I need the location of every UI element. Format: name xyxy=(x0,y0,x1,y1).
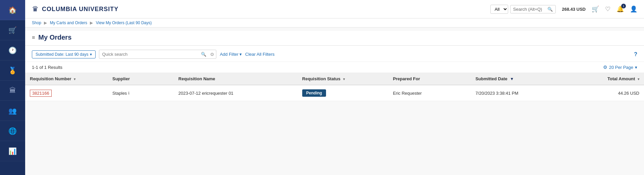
sidebar-icon-chart[interactable]: 📊 xyxy=(0,141,25,161)
page-title-bar: ≡ My Orders xyxy=(25,31,644,46)
building-icon: 🏛 xyxy=(9,87,16,94)
col-total-amount-label: Total Amount xyxy=(607,76,635,81)
sidebar-icon-clock[interactable]: 🕐 xyxy=(0,40,25,60)
per-page-chevron-icon: ▾ xyxy=(635,65,637,70)
col-submitted-date-label: Submitted Date xyxy=(475,76,507,81)
clock-icon: 🕐 xyxy=(8,46,17,54)
sidebar-icon-globe[interactable]: 🌐 xyxy=(0,121,25,141)
quick-search-search-icon[interactable]: 🔍 xyxy=(199,50,208,58)
sort-icon-req-status: ▾ xyxy=(343,77,345,81)
sort-icon-submitted-date: ▼ xyxy=(510,77,514,81)
logo-area: ♛ Columbia University xyxy=(32,5,490,13)
breadcrumb-my-carts[interactable]: My Carts and Orders xyxy=(50,20,87,25)
sidebar-icon-cart[interactable]: 🛒 xyxy=(0,20,25,40)
table-body: 3821166 Staples ℹ 2023-07-12 ericrequest… xyxy=(25,85,644,101)
total-amount-text: 44.26 USD xyxy=(618,91,639,96)
add-filter-label: Add Filter xyxy=(220,52,238,57)
col-req-number-label: Requisition Number xyxy=(30,76,71,81)
cell-req-status: Pending xyxy=(298,85,388,101)
col-prepared-for-label: Prepared For xyxy=(393,76,420,81)
col-header-req-number[interactable]: Requisition Number ▾ xyxy=(25,73,108,85)
cell-prepared-for: Eric Requester xyxy=(388,85,471,101)
top-header: ♛ Columbia University All Search (Alt+Q)… xyxy=(25,0,644,18)
clear-filters-button[interactable]: Clear All Filters xyxy=(245,52,274,57)
breadcrumb-sep-2: ▶ xyxy=(90,20,93,25)
search-category-dropdown[interactable]: All xyxy=(490,5,508,14)
search-area: All Search (Alt+Q) 🔍 xyxy=(490,5,556,14)
main-area: ♛ Columbia University All Search (Alt+Q)… xyxy=(25,0,644,175)
badge-icon: 🏅 xyxy=(8,67,17,75)
breadcrumb-sep-1: ▶ xyxy=(44,20,47,25)
filter-dropdown-icon: ▾ xyxy=(90,52,92,57)
date-filter-chip[interactable]: Submitted Date: Last 90 days ▾ xyxy=(32,50,96,58)
breadcrumb: Shop ▶ My Carts and Orders ▶ View My Ord… xyxy=(25,18,644,28)
people-icon: 👥 xyxy=(8,107,17,115)
submitted-date-text: 7/20/2023 3:38:41 PM xyxy=(475,91,518,96)
quick-search-icons: 🔍 ⊙ xyxy=(199,50,216,58)
prepared-for-text: Eric Requester xyxy=(393,91,422,96)
home-icon: 🏠 xyxy=(8,6,17,14)
col-header-req-name: Requisition Name xyxy=(174,73,298,85)
results-count: 1-1 of 1 Results xyxy=(32,65,62,70)
globe-icon: 🌐 xyxy=(8,127,17,135)
status-badge: Pending xyxy=(302,89,326,97)
quick-search-clear-icon[interactable]: ⊙ xyxy=(208,50,216,58)
quick-search-box: 🔍 ⊙ xyxy=(99,50,216,59)
filter-help-icon[interactable]: ? xyxy=(634,51,637,57)
chart-icon: 📊 xyxy=(8,147,17,155)
table-row: 3821166 Staples ℹ 2023-07-12 ericrequest… xyxy=(25,85,644,101)
settings-icon: ⚙ xyxy=(603,64,607,70)
sidebar-icon-home[interactable]: 🏠 xyxy=(0,0,25,20)
sort-icon-total-amount: ▾ xyxy=(638,77,639,81)
cell-supplier: Staples ℹ xyxy=(108,85,174,101)
supplier-name-text: Staples xyxy=(112,91,127,96)
cell-submitted-date: 7/20/2023 3:38:41 PM xyxy=(471,85,561,101)
req-name-text: 2023-07-12 ericrequester 01 xyxy=(178,91,233,96)
sidebar-icon-people[interactable]: 👥 xyxy=(0,101,25,121)
col-req-status-label: Requisition Status xyxy=(302,76,340,81)
date-filter-label: Submitted Date: Last 90 days xyxy=(36,52,88,57)
notification-badge: 1 xyxy=(621,4,626,8)
cell-total-amount: 44.26 USD xyxy=(561,85,644,101)
sidebar: 🏠 🛒 🕐 🏅 🏛 👥 🌐 📊 xyxy=(0,0,25,175)
orders-table: Requisition Number ▾ Supplier Requisitio… xyxy=(25,73,644,101)
cell-req-name: 2023-07-12 ericrequester 01 xyxy=(174,85,298,101)
col-header-total-amount[interactable]: Total Amount ▾ xyxy=(561,73,644,85)
user-icon[interactable]: 👤 xyxy=(630,5,637,13)
page-content: ≡ My Orders Submitted Date: Last 90 days… xyxy=(25,28,644,175)
cart-header-icon[interactable]: 🛒 xyxy=(592,5,599,13)
add-filter-chevron-icon: ▾ xyxy=(239,52,242,57)
cell-req-number: 3821166 xyxy=(25,85,108,101)
breadcrumb-view-orders[interactable]: View My Orders (Last 90 Days) xyxy=(96,20,152,25)
notification-icon[interactable]: 🔔 1 xyxy=(616,5,624,13)
quick-search-input[interactable] xyxy=(99,50,199,58)
col-header-submitted-date[interactable]: Submitted Date ▼ xyxy=(471,73,561,85)
sidebar-icon-badge[interactable]: 🏅 xyxy=(0,60,25,81)
hamburger-menu-icon[interactable]: ≡ xyxy=(32,35,35,41)
breadcrumb-shop[interactable]: Shop xyxy=(32,20,41,25)
wishlist-icon[interactable]: ♡ xyxy=(605,5,610,13)
header-right: All Search (Alt+Q) 🔍 268.43 USD 🛒 ♡ 🔔 1 … xyxy=(490,5,637,14)
col-supplier-label: Supplier xyxy=(112,76,130,81)
page-title: My Orders xyxy=(38,34,71,41)
col-req-name-label: Requisition Name xyxy=(178,76,215,81)
cart-icon: 🛒 xyxy=(8,26,17,34)
add-filter-button[interactable]: Add Filter ▾ xyxy=(220,52,242,57)
sort-icon-req-number: ▾ xyxy=(74,77,75,81)
col-header-prepared-for: Prepared For xyxy=(388,73,471,85)
supplier-name-wrapper: Staples ℹ xyxy=(112,91,169,96)
per-page-selector[interactable]: ⚙ 20 Per Page ▾ xyxy=(603,64,637,70)
university-name: Columbia University xyxy=(42,6,118,13)
search-box-wrapper: Search (Alt+Q) 🔍 xyxy=(510,5,556,13)
filter-bar: Submitted Date: Last 90 days ▾ 🔍 ⊙ Add F… xyxy=(25,46,644,62)
col-header-req-status[interactable]: Requisition Status ▾ xyxy=(298,73,388,85)
search-button[interactable]: 🔍 xyxy=(545,5,555,13)
supplier-info-icon[interactable]: ℹ xyxy=(128,91,129,95)
crown-icon: ♛ xyxy=(32,5,39,13)
search-label: Search (Alt+Q) xyxy=(511,5,545,13)
col-header-supplier: Supplier xyxy=(108,73,174,85)
table-header: Requisition Number ▾ Supplier Requisitio… xyxy=(25,73,644,85)
sidebar-icon-building[interactable]: 🏛 xyxy=(0,81,25,101)
per-page-label: 20 Per Page xyxy=(609,65,633,70)
req-number-link[interactable]: 3821166 xyxy=(30,90,52,97)
